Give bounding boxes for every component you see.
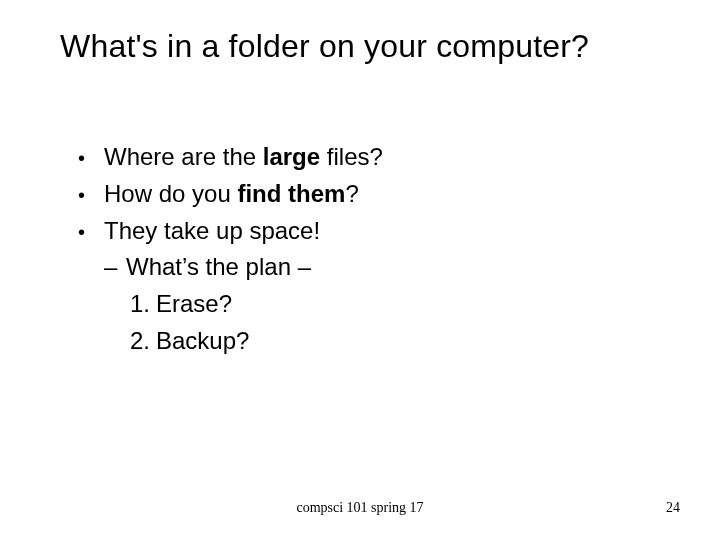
numbered-item-1: 1. Erase?: [130, 287, 660, 322]
sub-bullet-text: What’s the plan –: [126, 250, 660, 285]
text-span: Where are the: [104, 143, 263, 170]
text-span: What’s the plan: [126, 253, 298, 280]
numbered-item-2: 2. Backup?: [130, 324, 660, 359]
number-icon: 1.: [130, 287, 156, 322]
numbered-text: Backup?: [156, 324, 660, 359]
slide: What's in a folder on your computer? • W…: [0, 0, 720, 540]
slide-title: What's in a folder on your computer?: [60, 28, 680, 65]
slide-body: • Where are the large files? • How do yo…: [78, 140, 660, 361]
text-bold: find them: [237, 180, 345, 207]
bullet-item-3: • They take up space!: [78, 214, 660, 249]
bullet-icon: •: [78, 179, 104, 211]
dash-icon: –: [104, 250, 126, 285]
text-span: files?: [320, 143, 383, 170]
bullet-icon: •: [78, 142, 104, 174]
bullet-text: They take up space!: [104, 214, 660, 249]
footer-page-number: 24: [666, 500, 680, 516]
numbered-text: Erase?: [156, 287, 660, 322]
number-icon: 2.: [130, 324, 156, 359]
sub-bullet-dash: – What’s the plan –: [104, 250, 660, 285]
bullet-icon: •: [78, 216, 104, 248]
text-bold: large: [263, 143, 320, 170]
bullet-text: Where are the large files?: [104, 140, 660, 175]
bullet-item-1: • Where are the large files?: [78, 140, 660, 175]
text-span: How do you: [104, 180, 237, 207]
footer-course: compsci 101 spring 17: [0, 500, 720, 516]
text-span: ?: [345, 180, 358, 207]
bullet-item-2: • How do you find them?: [78, 177, 660, 212]
bullet-text: How do you find them?: [104, 177, 660, 212]
text-span: –: [298, 253, 311, 280]
